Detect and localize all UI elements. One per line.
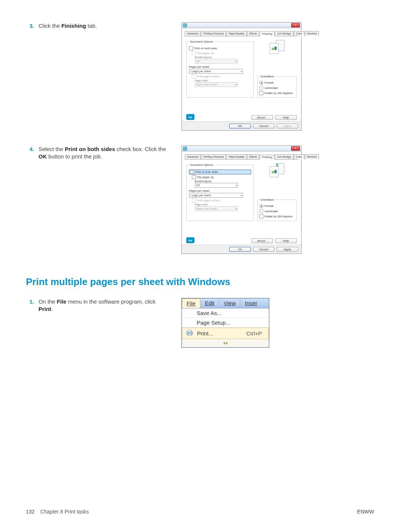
printer-icon (182, 329, 197, 337)
label-booklet-layout: Booklet layout: (195, 56, 251, 58)
app-icon (183, 147, 187, 151)
radio-portrait[interactable] (259, 81, 263, 85)
dropdown-page-order: Right, then Down▾ (195, 206, 238, 211)
step4-text: Select the Print on both sides check box… (39, 145, 170, 161)
dropdown-page-order: Right, then Down▾ (195, 82, 238, 87)
about-button[interactable]: About... (251, 238, 273, 243)
label-flip-pages-up: Flip pages up (197, 51, 214, 55)
dropdown-booklet-layout[interactable]: Off▾ (195, 183, 238, 188)
checkbox-rotate-180[interactable] (259, 91, 263, 95)
tab-effects[interactable]: Effects (247, 154, 259, 159)
ok-button[interactable]: OK (229, 124, 251, 128)
document-options-legend: Document Options (189, 163, 214, 167)
checkbox-print-page-borders (192, 74, 196, 78)
cancel-button[interactable]: Cancel (253, 124, 274, 128)
tab-printing-shortcuts[interactable]: Printing Shortcuts (201, 154, 226, 159)
label-print-page-borders: Print page borders (197, 75, 220, 78)
file-menu-screenshot: File Edit View Inser Save As... Page Set… (181, 298, 269, 348)
print-dialog-screenshot-2: x Advanced Printing Shortcuts Paper/Qual… (181, 145, 301, 254)
tab-advanced[interactable]: Advanced (185, 31, 201, 36)
tab-job-storage[interactable]: Job Storage (275, 31, 293, 36)
label-print-both-sides: Print on both sides (194, 47, 217, 50)
orientation-legend: Orientation (259, 75, 275, 78)
menu-insert[interactable]: Inser (240, 298, 261, 308)
tab-effects[interactable]: Effects (247, 31, 259, 36)
checkbox-print-page-borders (192, 198, 196, 203)
step1-text: On the File menu in the software program… (39, 298, 170, 313)
tab-color[interactable]: Color (294, 31, 304, 36)
help-button[interactable]: Help (275, 238, 297, 243)
label-pages-per-sheet: Pages per sheet: (189, 65, 251, 68)
menu-edit[interactable]: Edit (200, 298, 219, 308)
page-preview (270, 163, 284, 177)
menu-expand[interactable]: ▾▾ (182, 339, 269, 347)
page-preview (270, 40, 284, 54)
step1-number: 1. (26, 298, 34, 313)
close-button[interactable]: x (291, 23, 300, 27)
menu-file[interactable]: File (182, 298, 200, 308)
menuitem-print[interactable]: Print... Ctrl+P (182, 328, 269, 339)
checkbox-print-both-sides[interactable] (189, 46, 193, 50)
document-options-legend: Document Options (189, 40, 214, 43)
orientation-legend: Orientation (259, 198, 275, 201)
hp-logo: hp (186, 114, 194, 120)
chevron-down-icon: ▾ (241, 70, 242, 73)
label-page-order: Page order: (195, 79, 251, 82)
brand-watermark: ENWW (357, 509, 374, 515)
radio-landscape[interactable] (259, 86, 263, 90)
chevron-down-icon: ▾ (236, 184, 237, 187)
menuitem-page-setup[interactable]: Page Setup... (182, 318, 269, 328)
label-print-page-borders: Print page borders (197, 199, 220, 202)
radio-landscape[interactable] (259, 209, 263, 213)
cancel-button[interactable]: Cancel (253, 247, 274, 252)
tab-paper-quality[interactable]: Paper/Quality (226, 31, 246, 36)
chevron-double-down-icon: ▾▾ (223, 341, 228, 346)
radio-portrait[interactable] (259, 204, 263, 208)
print-dialog-screenshot-1: x Advanced Printing Shortcuts Paper/Qual… (181, 22, 301, 131)
svg-rect-2 (188, 334, 191, 335)
tab-paper-quality[interactable]: Paper/Quality (226, 154, 246, 159)
ok-button[interactable]: OK (229, 247, 251, 252)
tab-job-storage[interactable]: Job Storage (275, 154, 293, 159)
chevron-down-icon: ▾ (241, 194, 242, 197)
step4-number: 4. (26, 145, 34, 161)
about-button[interactable]: About... (251, 115, 273, 120)
tab-finishing[interactable]: Finishing (260, 31, 274, 36)
tab-advanced[interactable]: Advanced (185, 154, 201, 159)
section-heading: Print multiple pages per sheet with Wind… (26, 276, 374, 288)
close-button[interactable]: x (291, 146, 300, 151)
step3-text: Click the Finishing tab. (39, 22, 97, 30)
tab-printing-shortcuts[interactable]: Printing Shortcuts (201, 31, 226, 36)
checkbox-flip-pages-up (192, 51, 196, 55)
page-number: 132 (26, 509, 34, 515)
chapter-label: Chapter 8 Print tasks (40, 509, 89, 515)
menu-view[interactable]: View (219, 298, 240, 308)
hp-logo: hp (186, 237, 194, 243)
label-page-order: Page order: (195, 203, 251, 206)
dropdown-pages-per-sheet[interactable]: 1 page per sheet▾ (189, 193, 243, 198)
label-booklet-layout: Booklet layout: (195, 180, 251, 183)
checkbox-print-both-sides[interactable] (190, 170, 194, 174)
apply-button: Apply (277, 124, 298, 128)
checkbox-rotate-180[interactable] (259, 214, 263, 218)
checkbox-flip-pages-up[interactable] (192, 175, 196, 179)
dropdown-booklet-layout: Off▾ (195, 59, 238, 64)
apply-button[interactable]: Apply (277, 247, 298, 252)
label-flip-pages-up: Flip pages up (197, 175, 214, 179)
tab-color[interactable]: Color (294, 154, 304, 159)
label-pages-per-sheet: Pages per sheet: (189, 189, 251, 193)
page-footer: 132 Chapter 8 Print tasks ENWW (26, 509, 374, 515)
menuitem-save-as[interactable]: Save As... (182, 308, 269, 318)
tab-services[interactable]: Services (305, 154, 319, 159)
label-print-both-sides: Print on both sides (195, 170, 218, 174)
tab-finishing[interactable]: Finishing (260, 155, 274, 160)
dropdown-pages-per-sheet[interactable]: 1 page per sheet▾ (189, 69, 243, 74)
tab-services[interactable]: Services (305, 31, 319, 36)
svg-rect-1 (188, 330, 191, 332)
app-icon (183, 23, 187, 27)
print-shortcut: Ctrl+P (246, 330, 266, 337)
help-button[interactable]: Help (275, 115, 297, 120)
dialog-tabs: Advanced Printing Shortcuts Paper/Qualit… (185, 31, 298, 36)
step3-number: 3. (26, 22, 34, 30)
dialog-tabs: Advanced Printing Shortcuts Paper/Qualit… (185, 154, 298, 160)
